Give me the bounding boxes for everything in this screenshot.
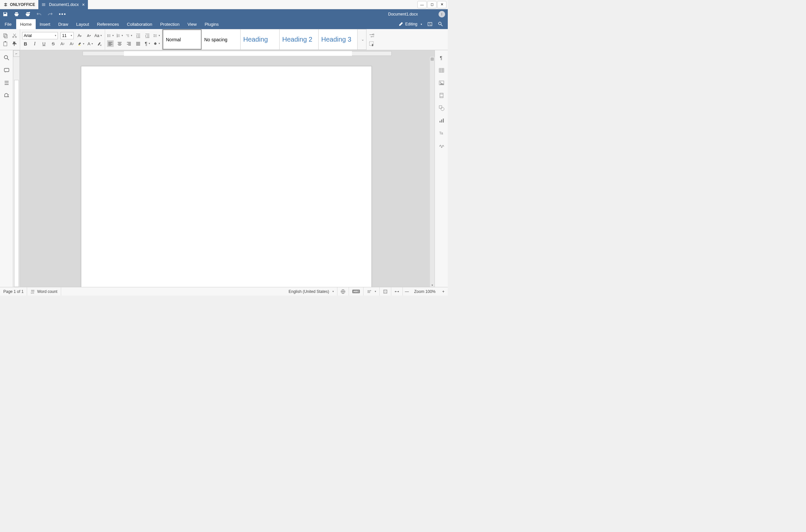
line-spacing-button[interactable]: ▾ — [153, 32, 160, 39]
shading-button[interactable]: ▾ — [153, 40, 160, 47]
align-center-button[interactable] — [116, 40, 123, 47]
menu-protection[interactable]: Protection — [156, 19, 184, 29]
nonprinting-button[interactable]: ¶▾ — [144, 40, 151, 47]
menu-collaboration[interactable]: Collaboration — [123, 19, 156, 29]
vertical-ruler[interactable] — [13, 57, 20, 287]
find-icon[interactable] — [4, 55, 10, 61]
change-case-button[interactable]: Aa▾ — [95, 32, 102, 39]
save-icon[interactable] — [3, 12, 8, 17]
menu-file[interactable]: File — [0, 19, 16, 29]
menu-view[interactable]: View — [183, 19, 201, 29]
quick-print-icon[interactable] — [25, 12, 31, 17]
fit-width-button[interactable] — [391, 287, 403, 296]
scroll-down-icon[interactable]: ▾ — [430, 283, 435, 287]
header-footer-icon[interactable] — [439, 93, 444, 98]
italic-button[interactable]: I — [31, 41, 38, 47]
copy-button[interactable] — [2, 32, 8, 39]
paragraph-settings-icon[interactable]: ¶ — [439, 55, 444, 61]
print-icon[interactable] — [14, 12, 19, 17]
clear-format-button[interactable] — [96, 41, 103, 47]
bold-button[interactable]: B — [22, 41, 29, 47]
search-icon[interactable] — [438, 21, 443, 27]
cut-button[interactable] — [11, 32, 18, 39]
style-heading2[interactable]: Heading 2 — [279, 30, 318, 50]
set-language-button[interactable] — [337, 287, 349, 296]
document-tab[interactable]: Document1.docx × — [38, 0, 88, 9]
more-icon[interactable]: ••• — [59, 11, 67, 17]
document-canvas[interactable] — [20, 57, 430, 287]
image-settings-icon[interactable] — [439, 80, 444, 86]
tab-close-icon[interactable]: × — [82, 2, 85, 7]
signature-icon[interactable] — [439, 142, 444, 149]
ruler-corner[interactable]: ⌐ — [13, 50, 20, 57]
zoom-out-button[interactable]: — — [403, 287, 411, 296]
format-painter-button[interactable] — [11, 40, 18, 47]
horizontal-ruler[interactable]: ⌐ — [13, 50, 435, 57]
select-all-button[interactable] — [368, 40, 375, 47]
close-button[interactable]: ✕ — [437, 1, 446, 8]
paste-button[interactable] — [2, 40, 8, 47]
style-normal[interactable]: Normal — [163, 30, 202, 50]
textart-settings-icon[interactable]: Ta — [439, 130, 444, 136]
menu-home[interactable]: Home — [16, 19, 36, 29]
page-status[interactable]: Page 1 of 1 — [0, 287, 27, 296]
menu-insert[interactable]: Insert — [36, 19, 55, 29]
replace-button[interactable]: B — [368, 32, 375, 39]
menu-draw[interactable]: Draw — [54, 19, 72, 29]
paragraph-group: ▾ 123▾ ▾ ▾ ¶▾ ▾ — [105, 29, 162, 50]
table-settings-icon[interactable] — [439, 68, 444, 73]
track-changes-button[interactable]: ▾ — [364, 287, 380, 296]
increase-indent-button[interactable] — [144, 32, 151, 39]
undo-icon[interactable] — [36, 12, 42, 17]
decrease-indent-button[interactable] — [135, 32, 142, 39]
maximize-button[interactable]: ◻ — [427, 1, 437, 8]
right-sidebar: ¶ Ta — [435, 50, 448, 287]
align-left-button[interactable] — [107, 40, 114, 47]
spellcheck-button[interactable]: ABC — [349, 287, 364, 296]
svg-rect-4 — [5, 35, 7, 38]
open-location-icon[interactable] — [427, 21, 433, 27]
style-no-spacing[interactable]: No spacing — [202, 30, 241, 50]
font-size-select[interactable]: 11▾ — [60, 32, 74, 39]
increase-font-button[interactable]: A▴ — [76, 32, 83, 39]
decrease-font-button[interactable]: A▾ — [86, 32, 92, 39]
fit-page-button[interactable] — [380, 287, 391, 296]
svg-point-18 — [4, 56, 7, 59]
chart-settings-icon[interactable] — [439, 117, 444, 124]
vertical-scrollbar[interactable]: ▴ ▾ — [430, 57, 435, 287]
subscript-button[interactable]: A2 — [68, 41, 75, 47]
shape-settings-icon[interactable] — [439, 105, 444, 111]
align-right-button[interactable] — [126, 40, 132, 47]
word-count-button[interactable]: 123 Word count — [27, 287, 61, 296]
style-expand-button[interactable]: ⌄ — [358, 30, 366, 50]
numbered-list-button[interactable]: 123▾ — [116, 32, 123, 39]
font-color-button[interactable]: A▾ — [87, 41, 93, 47]
user-avatar[interactable]: I — [439, 11, 445, 18]
bullet-list-button[interactable]: ▾ — [107, 32, 114, 39]
font-name-select[interactable]: Arial▾ — [22, 32, 58, 39]
multilevel-list-button[interactable]: ▾ — [126, 32, 132, 39]
superscript-button[interactable]: A2 — [59, 41, 66, 47]
editing-mode-button[interactable]: Editing ▾ — [399, 22, 422, 26]
menu-references[interactable]: References — [93, 19, 123, 29]
menu-plugins[interactable]: Plugins — [201, 19, 223, 29]
zoom-in-button[interactable]: + — [439, 287, 448, 296]
comments-icon[interactable] — [4, 68, 10, 73]
highlight-button[interactable]: ▾ — [78, 41, 84, 47]
strikethrough-button[interactable]: S — [50, 41, 56, 47]
align-justify-button[interactable] — [135, 40, 142, 47]
minimize-button[interactable]: — — [417, 1, 427, 8]
redo-icon[interactable] — [48, 12, 53, 17]
style-heading1[interactable]: Heading — [241, 30, 279, 50]
headings-icon[interactable] — [4, 80, 10, 86]
feedback-icon[interactable] — [4, 93, 10, 98]
scroll-thumb[interactable] — [431, 57, 434, 61]
zoom-level[interactable]: Zoom 100% — [411, 287, 439, 296]
page[interactable] — [81, 66, 372, 287]
language-button[interactable]: English (United States)▾ — [285, 287, 337, 296]
style-heading3[interactable]: Heading 3 — [318, 30, 358, 50]
svg-rect-28 — [441, 119, 442, 122]
underline-button[interactable]: U — [41, 41, 47, 47]
svg-point-12 — [107, 36, 108, 37]
menu-layout[interactable]: Layout — [72, 19, 93, 29]
